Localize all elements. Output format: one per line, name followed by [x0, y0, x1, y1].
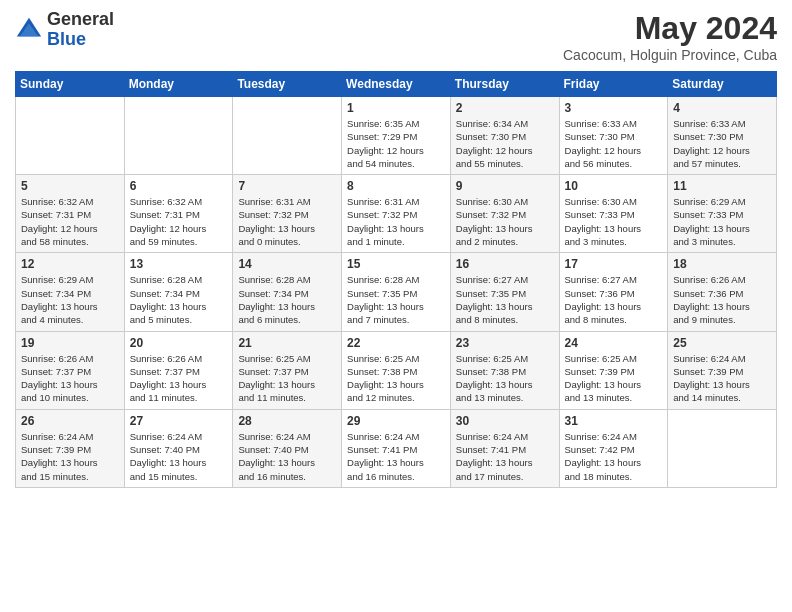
day-info: Sunrise: 6:33 AMSunset: 7:30 PMDaylight:… [673, 117, 771, 170]
day-info: Sunrise: 6:24 AMSunset: 7:42 PMDaylight:… [565, 430, 663, 483]
table-row: 24Sunrise: 6:25 AMSunset: 7:39 PMDayligh… [559, 331, 668, 409]
table-row: 1Sunrise: 6:35 AMSunset: 7:29 PMDaylight… [342, 97, 451, 175]
calendar-table: SundayMondayTuesdayWednesdayThursdayFrid… [15, 71, 777, 488]
day-number: 3 [565, 101, 663, 115]
day-number: 23 [456, 336, 554, 350]
header-saturday: Saturday [668, 72, 777, 97]
table-row: 9Sunrise: 6:30 AMSunset: 7:32 PMDaylight… [450, 175, 559, 253]
day-number: 9 [456, 179, 554, 193]
day-number: 28 [238, 414, 336, 428]
table-row: 15Sunrise: 6:28 AMSunset: 7:35 PMDayligh… [342, 253, 451, 331]
table-row: 2Sunrise: 6:34 AMSunset: 7:30 PMDaylight… [450, 97, 559, 175]
table-row: 10Sunrise: 6:30 AMSunset: 7:33 PMDayligh… [559, 175, 668, 253]
day-number: 5 [21, 179, 119, 193]
day-info: Sunrise: 6:31 AMSunset: 7:32 PMDaylight:… [347, 195, 445, 248]
day-number: 4 [673, 101, 771, 115]
table-row: 5Sunrise: 6:32 AMSunset: 7:31 PMDaylight… [16, 175, 125, 253]
logo-general: General [47, 10, 114, 30]
day-number: 10 [565, 179, 663, 193]
day-info: Sunrise: 6:28 AMSunset: 7:34 PMDaylight:… [238, 273, 336, 326]
table-row [16, 97, 125, 175]
day-info: Sunrise: 6:34 AMSunset: 7:30 PMDaylight:… [456, 117, 554, 170]
day-number: 17 [565, 257, 663, 271]
day-info: Sunrise: 6:25 AMSunset: 7:39 PMDaylight:… [565, 352, 663, 405]
table-row: 26Sunrise: 6:24 AMSunset: 7:39 PMDayligh… [16, 409, 125, 487]
day-number: 22 [347, 336, 445, 350]
day-number: 12 [21, 257, 119, 271]
day-info: Sunrise: 6:24 AMSunset: 7:41 PMDaylight:… [347, 430, 445, 483]
header-sunday: Sunday [16, 72, 125, 97]
day-info: Sunrise: 6:26 AMSunset: 7:36 PMDaylight:… [673, 273, 771, 326]
table-row: 4Sunrise: 6:33 AMSunset: 7:30 PMDaylight… [668, 97, 777, 175]
page-header: General Blue May 2024 Cacocum, Holguin P… [15, 10, 777, 63]
day-number: 1 [347, 101, 445, 115]
title-section: May 2024 Cacocum, Holguin Province, Cuba [563, 10, 777, 63]
day-info: Sunrise: 6:26 AMSunset: 7:37 PMDaylight:… [130, 352, 228, 405]
logo-text: General Blue [47, 10, 114, 50]
day-info: Sunrise: 6:27 AMSunset: 7:35 PMDaylight:… [456, 273, 554, 326]
day-number: 26 [21, 414, 119, 428]
table-row: 12Sunrise: 6:29 AMSunset: 7:34 PMDayligh… [16, 253, 125, 331]
day-info: Sunrise: 6:28 AMSunset: 7:35 PMDaylight:… [347, 273, 445, 326]
day-info: Sunrise: 6:29 AMSunset: 7:34 PMDaylight:… [21, 273, 119, 326]
day-info: Sunrise: 6:24 AMSunset: 7:41 PMDaylight:… [456, 430, 554, 483]
day-info: Sunrise: 6:27 AMSunset: 7:36 PMDaylight:… [565, 273, 663, 326]
day-info: Sunrise: 6:32 AMSunset: 7:31 PMDaylight:… [21, 195, 119, 248]
day-info: Sunrise: 6:30 AMSunset: 7:33 PMDaylight:… [565, 195, 663, 248]
day-info: Sunrise: 6:30 AMSunset: 7:32 PMDaylight:… [456, 195, 554, 248]
table-row: 14Sunrise: 6:28 AMSunset: 7:34 PMDayligh… [233, 253, 342, 331]
day-number: 15 [347, 257, 445, 271]
day-info: Sunrise: 6:28 AMSunset: 7:34 PMDaylight:… [130, 273, 228, 326]
day-number: 29 [347, 414, 445, 428]
logo: General Blue [15, 10, 114, 50]
day-info: Sunrise: 6:26 AMSunset: 7:37 PMDaylight:… [21, 352, 119, 405]
header-wednesday: Wednesday [342, 72, 451, 97]
week-row-5: 26Sunrise: 6:24 AMSunset: 7:39 PMDayligh… [16, 409, 777, 487]
table-row: 29Sunrise: 6:24 AMSunset: 7:41 PMDayligh… [342, 409, 451, 487]
header-tuesday: Tuesday [233, 72, 342, 97]
header-thursday: Thursday [450, 72, 559, 97]
table-row: 11Sunrise: 6:29 AMSunset: 7:33 PMDayligh… [668, 175, 777, 253]
table-row: 30Sunrise: 6:24 AMSunset: 7:41 PMDayligh… [450, 409, 559, 487]
day-number: 27 [130, 414, 228, 428]
table-row: 19Sunrise: 6:26 AMSunset: 7:37 PMDayligh… [16, 331, 125, 409]
table-row: 28Sunrise: 6:24 AMSunset: 7:40 PMDayligh… [233, 409, 342, 487]
month-year-title: May 2024 [563, 10, 777, 47]
day-info: Sunrise: 6:25 AMSunset: 7:37 PMDaylight:… [238, 352, 336, 405]
week-row-4: 19Sunrise: 6:26 AMSunset: 7:37 PMDayligh… [16, 331, 777, 409]
table-row: 25Sunrise: 6:24 AMSunset: 7:39 PMDayligh… [668, 331, 777, 409]
table-row: 13Sunrise: 6:28 AMSunset: 7:34 PMDayligh… [124, 253, 233, 331]
day-number: 8 [347, 179, 445, 193]
day-number: 25 [673, 336, 771, 350]
day-info: Sunrise: 6:29 AMSunset: 7:33 PMDaylight:… [673, 195, 771, 248]
day-number: 18 [673, 257, 771, 271]
table-row: 27Sunrise: 6:24 AMSunset: 7:40 PMDayligh… [124, 409, 233, 487]
table-row: 17Sunrise: 6:27 AMSunset: 7:36 PMDayligh… [559, 253, 668, 331]
day-info: Sunrise: 6:25 AMSunset: 7:38 PMDaylight:… [347, 352, 445, 405]
week-row-2: 5Sunrise: 6:32 AMSunset: 7:31 PMDaylight… [16, 175, 777, 253]
day-number: 13 [130, 257, 228, 271]
logo-blue: Blue [47, 30, 114, 50]
table-row: 7Sunrise: 6:31 AMSunset: 7:32 PMDaylight… [233, 175, 342, 253]
day-number: 19 [21, 336, 119, 350]
day-info: Sunrise: 6:24 AMSunset: 7:40 PMDaylight:… [130, 430, 228, 483]
day-number: 6 [130, 179, 228, 193]
day-number: 7 [238, 179, 336, 193]
day-number: 16 [456, 257, 554, 271]
week-row-1: 1Sunrise: 6:35 AMSunset: 7:29 PMDaylight… [16, 97, 777, 175]
day-number: 31 [565, 414, 663, 428]
table-row: 21Sunrise: 6:25 AMSunset: 7:37 PMDayligh… [233, 331, 342, 409]
day-info: Sunrise: 6:24 AMSunset: 7:39 PMDaylight:… [21, 430, 119, 483]
header-friday: Friday [559, 72, 668, 97]
day-info: Sunrise: 6:32 AMSunset: 7:31 PMDaylight:… [130, 195, 228, 248]
table-row: 6Sunrise: 6:32 AMSunset: 7:31 PMDaylight… [124, 175, 233, 253]
table-row: 8Sunrise: 6:31 AMSunset: 7:32 PMDaylight… [342, 175, 451, 253]
day-number: 2 [456, 101, 554, 115]
day-number: 14 [238, 257, 336, 271]
table-row: 23Sunrise: 6:25 AMSunset: 7:38 PMDayligh… [450, 331, 559, 409]
location-subtitle: Cacocum, Holguin Province, Cuba [563, 47, 777, 63]
calendar-header-row: SundayMondayTuesdayWednesdayThursdayFrid… [16, 72, 777, 97]
day-info: Sunrise: 6:25 AMSunset: 7:38 PMDaylight:… [456, 352, 554, 405]
table-row: 31Sunrise: 6:24 AMSunset: 7:42 PMDayligh… [559, 409, 668, 487]
day-number: 24 [565, 336, 663, 350]
